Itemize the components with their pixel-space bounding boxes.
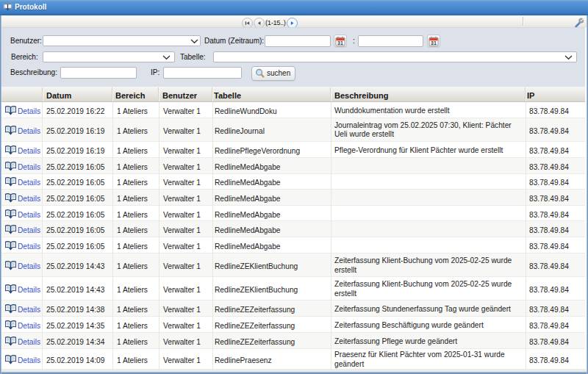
- svg-text:31: 31: [337, 40, 343, 46]
- svg-text:31: 31: [431, 40, 437, 46]
